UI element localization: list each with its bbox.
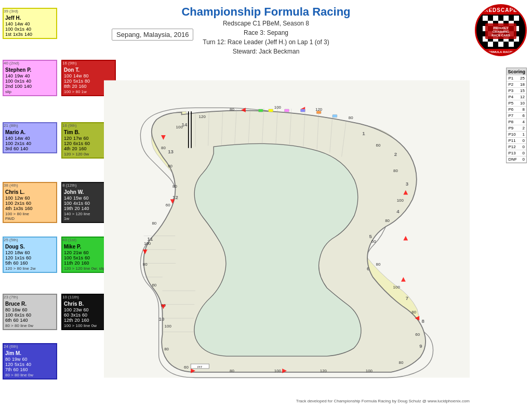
scoring-row: P68 <box>507 107 526 113</box>
svg-text:PIT: PIT <box>197 365 203 369</box>
svg-text:7: 7 <box>406 295 408 301</box>
track-label: Sepang, Malaysia, 2016 <box>112 29 193 41</box>
svg-text:60: 60 <box>166 203 170 207</box>
scoring-data-table: P125P218P315P412P510P68P76P84P92P101P110… <box>507 75 526 163</box>
footer-credit: Track developed for Championship Formula… <box>296 399 470 403</box>
card-jim: 24 (6th) Jim M. 8019w60 1205x1s40 7th601… <box>3 343 57 379</box>
card-chris-l: 38 (4th) Chris L. 10012w60 1002x1s60 4th… <box>3 182 57 223</box>
svg-text:80: 80 <box>161 146 166 150</box>
svg-text:2: 2 <box>394 151 397 157</box>
scoring-row: P120 <box>507 144 526 150</box>
svg-text:4: 4 <box>396 208 400 214</box>
svg-text:11: 11 <box>148 236 153 242</box>
card-jeff: 39 (3rd) Jeff H. 14014w40 1000x1s40 1st1… <box>3 8 57 39</box>
svg-text:60: 60 <box>152 283 156 287</box>
svg-rect-1 <box>483 16 488 21</box>
card-stephen: 40 (2nd) Stephen P. 14019w40 1000x1s40 2… <box>3 60 57 96</box>
svg-text:14: 14 <box>182 122 188 127</box>
svg-text:60: 60 <box>415 332 420 337</box>
logo: REDSCAPE <box>475 4 527 56</box>
svg-text:80: 80 <box>349 115 353 120</box>
svg-rect-20 <box>498 42 503 47</box>
svg-text:100: 100 <box>393 285 401 290</box>
svg-rect-21 <box>509 42 514 47</box>
scoring-row: P510 <box>507 100 526 107</box>
svg-text:5: 5 <box>369 233 372 239</box>
scoring-row: DNF0 <box>507 156 526 163</box>
svg-text:10: 10 <box>159 316 165 322</box>
svg-text:80: 80 <box>411 310 416 315</box>
svg-text:13: 13 <box>168 149 174 154</box>
scoring-row: P110 <box>507 138 526 144</box>
svg-text:80: 80 <box>164 347 169 351</box>
scoring-row: P315 <box>507 88 526 94</box>
svg-text:80: 80 <box>376 262 381 267</box>
card-doug: 25 (5th) Doug S. 12018w60 1201x1s60 5th6… <box>3 237 57 273</box>
svg-text:80: 80 <box>152 221 156 226</box>
svg-rect-19 <box>488 42 493 47</box>
svg-text:RACE CARS: RACE CARS <box>491 34 510 37</box>
scoring-row: P125 <box>507 75 526 82</box>
track-svg: 80 100 120 80 60 80 100 80 60 80 100 80 … <box>104 62 470 396</box>
svg-rect-3 <box>503 16 509 21</box>
svg-text:100: 100 <box>165 324 172 329</box>
svg-text:60: 60 <box>376 143 381 148</box>
svg-text:6: 6 <box>367 266 370 271</box>
svg-text:1: 1 <box>362 130 365 136</box>
scoring-row: P76 <box>507 113 526 119</box>
svg-text:100: 100 <box>144 241 151 246</box>
scoring-row: P412 <box>507 94 526 100</box>
svg-rect-109 <box>332 115 337 117</box>
svg-text:80: 80 <box>230 369 234 373</box>
svg-rect-105 <box>269 109 273 112</box>
svg-text:80: 80 <box>393 168 398 173</box>
svg-text:80: 80 <box>172 184 177 189</box>
svg-text:CRASHING: CRASHING <box>493 30 509 33</box>
svg-text:80: 80 <box>143 262 148 267</box>
svg-rect-110 <box>258 109 263 112</box>
svg-rect-4 <box>514 16 519 21</box>
svg-rect-106 <box>285 109 289 112</box>
svg-text:8: 8 <box>422 318 425 324</box>
track-area: 80 100 120 80 60 80 100 80 60 80 100 80 … <box>104 62 470 396</box>
svg-text:120: 120 <box>320 369 327 373</box>
card-bruce: 23 (7th) Bruce R. 8016w60 1006x1s60 6th6… <box>3 294 57 330</box>
scoring-row: P218 <box>507 82 526 88</box>
svg-rect-2 <box>493 16 498 21</box>
svg-text:80: 80 <box>385 218 390 223</box>
svg-text:60: 60 <box>168 164 172 168</box>
svg-text:PROUDLY: PROUDLY <box>494 27 509 30</box>
svg-text:3: 3 <box>406 181 409 187</box>
svg-text:100: 100 <box>366 369 373 373</box>
page-title: Championship Formula Racing <box>83 5 449 19</box>
scoring-table: Scoring P125P218P315P412P510P68P76P84P92… <box>506 68 527 163</box>
svg-text:80: 80 <box>399 360 404 365</box>
scoring-row: P92 <box>507 125 526 132</box>
svg-text:100: 100 <box>274 105 282 110</box>
svg-text:60: 60 <box>184 365 189 370</box>
svg-text:9: 9 <box>419 343 422 349</box>
scoring-row: P84 <box>507 119 526 125</box>
svg-text:100: 100 <box>274 369 282 373</box>
svg-text:60: 60 <box>371 239 376 244</box>
svg-rect-107 <box>300 109 305 112</box>
card-mario: 21 (8th) Mario A. 14014w40 1002x1s40 3rd… <box>3 122 57 153</box>
scoring-row: P130 <box>507 150 526 156</box>
scoring-row: P101 <box>507 132 526 138</box>
svg-text:100: 100 <box>397 198 404 203</box>
svg-text:80: 80 <box>230 107 234 112</box>
svg-rect-108 <box>316 111 321 113</box>
svg-text:120: 120 <box>199 114 206 119</box>
